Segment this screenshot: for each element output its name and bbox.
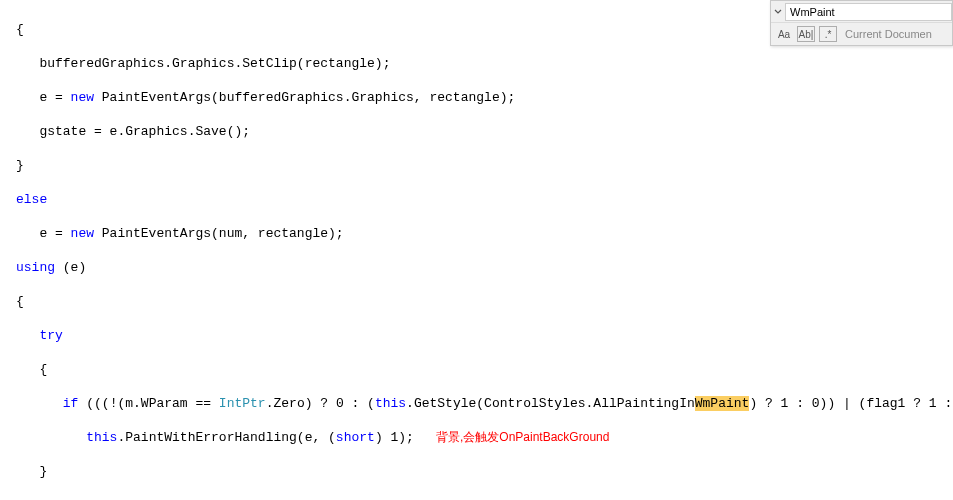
search-panel: Aa Ab| .* Current Documen [770,0,953,46]
code-editor[interactable]: { bufferedGraphics.Graphics.SetClip(rect… [0,0,953,500]
code-text: PaintEventArgs(num, rectangle); [94,226,344,241]
keyword-new: new [71,226,94,241]
search-scope-label[interactable]: Current Documen [845,26,932,43]
search-highlight: WmPaint [695,396,750,411]
chevron-down-icon[interactable] [771,1,785,23]
code-text: ) ? 1 : 0)) | (flag1 ? 1 : [749,396,952,411]
keyword-this: this [16,430,117,445]
code-text: e = [16,90,71,105]
keyword-short: short [336,430,375,445]
code-text: .Zero) ? 0 : ( [266,396,375,411]
annotation-background: 背景,会触发OnPaintBackGround [436,429,609,446]
code-text: } [16,464,47,479]
code-text: gstate = e.Graphics.Save(); [16,124,250,139]
code-text: { [16,22,24,37]
code-text: e = [16,226,71,241]
match-case-toggle[interactable]: Aa [775,26,793,42]
keyword-if: if [16,396,78,411]
keyword-else: else [16,192,47,207]
code-text: (((!(m.WParam == [78,396,218,411]
code-text: .GetStyle(ControlStyles.AllPaintingIn [406,396,695,411]
keyword-this: this [375,396,406,411]
type-intptr: IntPtr [219,396,266,411]
code-text: bufferedGraphics.Graphics.SetClip(rectan… [16,56,390,71]
regex-toggle[interactable]: .* [819,26,837,42]
match-word-toggle[interactable]: Ab| [797,26,815,42]
code-text: { [16,294,24,309]
code-text: } [16,158,24,173]
search-input[interactable] [785,3,952,21]
code-text: ) 1); [375,430,414,445]
code-text: (e) [55,260,86,275]
keyword-new: new [71,90,94,105]
keyword-using: using [16,260,55,275]
code-text: PaintEventArgs(bufferedGraphics.Graphics… [94,90,515,105]
code-text: { [16,362,47,377]
code-text: .PaintWithErrorHandling(e, ( [117,430,335,445]
keyword-try: try [16,328,63,343]
